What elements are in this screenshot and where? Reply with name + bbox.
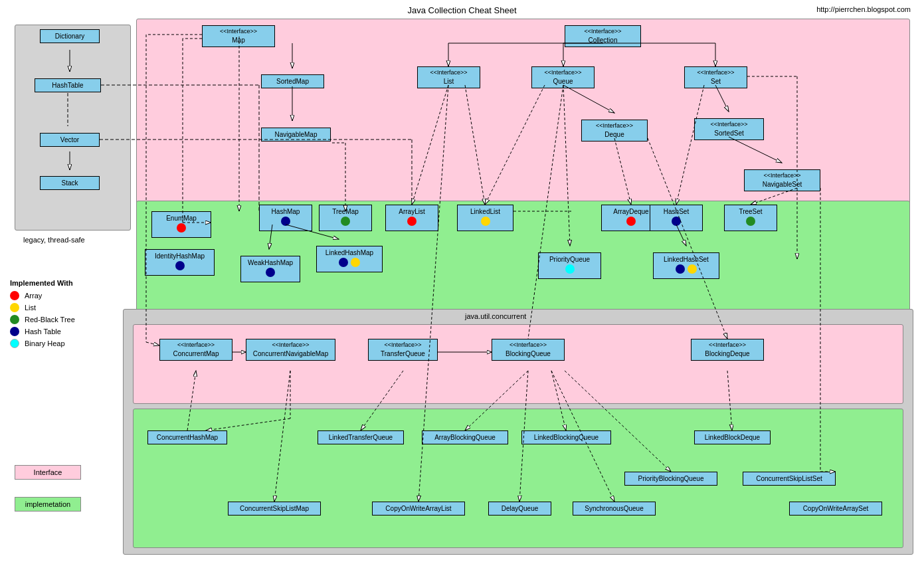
box-linkedlist: LinkedList bbox=[457, 205, 513, 231]
concurrent-label: java.util.concurrent bbox=[465, 312, 526, 320]
box-map: <<Interface>> Map bbox=[202, 25, 275, 47]
box-transferqueue: <<Interface>> TransferQueue bbox=[368, 339, 438, 361]
box-sortedmap: SortedMap bbox=[261, 74, 324, 88]
box-copyonwritearraylist: CopyOnWriteArrayList bbox=[372, 502, 465, 516]
legend-label-hashtable: Hash Table bbox=[25, 328, 61, 335]
box-linkedhashset: LinkedHashSet bbox=[653, 252, 719, 279]
legend-label-array: Array bbox=[25, 292, 42, 300]
box-copyonwritearrayset: CopyOnWriteArraySet bbox=[789, 502, 882, 516]
box-navigablemap: NavigableMap bbox=[261, 128, 331, 141]
legend-dot-binaryheap bbox=[10, 339, 19, 348]
legend-interface-box: Interface bbox=[15, 465, 81, 480]
legacy-label: legacy, thread-safe bbox=[23, 236, 85, 244]
box-identityhashmap: IdentityHashMap bbox=[145, 249, 215, 276]
concurrent-interface-region bbox=[133, 324, 903, 404]
box-enummap: EnumMap bbox=[151, 211, 211, 238]
box-synchronousqueue: SynchronousQueue bbox=[573, 502, 656, 516]
box-set: <<Interface>> Set bbox=[684, 66, 747, 88]
legend-dot-list bbox=[10, 303, 19, 312]
box-dictionary: Dictionary bbox=[40, 29, 100, 43]
legend-list: List bbox=[10, 303, 75, 312]
box-arrayblockingqueue: ArrayBlockingQueue bbox=[422, 430, 508, 444]
box-blockingqueue: <<Interface>> BlockingQueue bbox=[492, 339, 565, 361]
box-deque: <<Interface>> Deque bbox=[581, 120, 648, 141]
legend-array: Array bbox=[10, 291, 75, 300]
box-concurrenthashmap: ConcurrentHashMap bbox=[147, 430, 227, 444]
box-linkedhashmap: LinkedHashMap bbox=[316, 246, 383, 272]
box-collection: <<Interface>> Collection bbox=[565, 25, 641, 47]
box-priorityblockingqueue: PriorityBlockingQueue bbox=[624, 472, 717, 486]
box-hashset: HashSet bbox=[650, 205, 703, 231]
box-concurrentskiplistset: ConcurrentSkipListSet bbox=[743, 472, 836, 486]
box-sortedset: <<Interface>> SortedSet bbox=[694, 118, 764, 140]
box-weakhashmap: WeakHashMap bbox=[240, 256, 300, 282]
legend-dot-rbt bbox=[10, 315, 19, 324]
legend-dot-array bbox=[10, 291, 19, 300]
legend: Implemented With Array List Red-Black Tr… bbox=[10, 279, 75, 351]
legend-title: Implemented With bbox=[10, 279, 75, 287]
box-hashtable: HashTable bbox=[35, 78, 101, 92]
legend-label-binaryheap: Binary Heap bbox=[25, 339, 65, 347]
box-concurrentskiplistmap: ConcurrentSkipListMap bbox=[228, 502, 321, 516]
page-url: http://pierrchen.blogspot.com bbox=[816, 5, 911, 13]
box-delayqueue: DelayQueue bbox=[488, 502, 551, 516]
box-linkedblockdeque: LinkedBlockDeque bbox=[694, 430, 771, 444]
box-queue: <<Interface>> Queue bbox=[531, 66, 595, 88]
box-list: <<Interface>> List bbox=[417, 66, 480, 88]
box-navigableset: <<Interface>> NavigableSet bbox=[744, 169, 820, 191]
box-vector: Vector bbox=[40, 133, 100, 147]
box-treeset: TreeSet bbox=[724, 205, 777, 231]
box-concurrentnavigablemap: <<Interface>> ConcurrentNavigableMap bbox=[246, 339, 335, 361]
box-treemap: TreeMap bbox=[319, 205, 372, 231]
box-blockingdeque: <<Interface>> BlockingDeque bbox=[691, 339, 764, 361]
legacy-region bbox=[15, 25, 131, 231]
page-title: Java Collection Cheat Sheet bbox=[407, 5, 516, 15]
legend-label-list: List bbox=[25, 304, 36, 312]
box-priorityqueue: PriorityQueue bbox=[538, 252, 601, 279]
legend-hashtable: Hash Table bbox=[10, 327, 75, 336]
box-concurrentmap: <<Interface>> ConcurrentMap bbox=[159, 339, 232, 361]
box-hashmap: HashMap bbox=[259, 205, 312, 231]
legend-rbt: Red-Black Tree bbox=[10, 315, 75, 324]
legend-dot-hashtable bbox=[10, 327, 19, 336]
box-linkedtransferqueue: LinkedTransferQueue bbox=[318, 430, 404, 444]
legend-implementation-box: implemetation bbox=[15, 497, 81, 512]
legend-binaryheap: Binary Heap bbox=[10, 339, 75, 348]
box-stack: Stack bbox=[40, 176, 100, 190]
box-arraylist: ArrayList bbox=[385, 205, 438, 231]
box-linkedblockingqueue: LinkedBlockingQueue bbox=[521, 430, 611, 444]
legend-label-rbt: Red-Black Tree bbox=[25, 316, 75, 324]
